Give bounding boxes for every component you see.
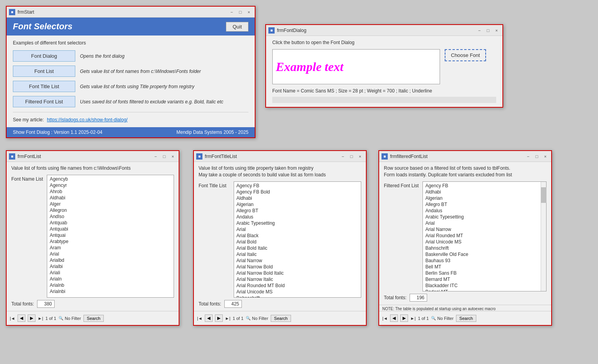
list-item[interactable]: Arialn [48, 276, 173, 282]
list-item[interactable]: Berlin Sans FB [424, 270, 545, 276]
list-item[interactable]: Arabic Typesetting [235, 220, 360, 226]
list-item[interactable]: Aram [48, 245, 173, 251]
fontlist-search-btn[interactable]: Search [83, 315, 104, 322]
example-area: Example text Choose Font [272, 49, 496, 84]
list-item[interactable]: Ariali [48, 270, 173, 276]
list-item[interactable]: Agency FB [424, 183, 545, 189]
choose-font-button[interactable]: Choose Font [445, 49, 486, 61]
list-item[interactable]: Antquai [48, 232, 173, 238]
list-item[interactable]: Arial Unicode MS [235, 289, 360, 295]
list-item[interactable]: Bernard MT [424, 276, 545, 282]
fonttitle-search-btn[interactable]: Search [271, 315, 291, 322]
fontlist-close-btn[interactable]: × [169, 153, 176, 160]
fontdialog-close-btn[interactable]: × [493, 27, 500, 34]
list-item[interactable]: Arialnbi [48, 288, 173, 295]
list-item[interactable]: Antquabi [48, 226, 173, 232]
filteredfont-scrollbar[interactable] [541, 182, 546, 291]
filteredfont-prev-btn[interactable]: ◀ [390, 314, 398, 322]
list-item[interactable]: Arial Rounded MT [424, 233, 545, 239]
list-item[interactable]: Arial Italic [235, 251, 360, 257]
list-item[interactable]: Arial Black [235, 233, 360, 239]
list-item[interactable]: Aldhabi [235, 195, 360, 201]
list-item[interactable]: Agency FB Bold [235, 189, 360, 195]
list-item[interactable]: Baskerville Old Face [424, 251, 545, 257]
font-title-list-button[interactable]: Font Title List [13, 81, 75, 92]
filteredfont-maximize-btn[interactable]: □ [533, 153, 540, 160]
filteredfont-label: Filtered Font List [384, 181, 419, 291]
list-item[interactable]: Arial Narrow [235, 257, 360, 264]
filteredfont-record-end-icon: ►| [410, 316, 416, 321]
list-item[interactable]: Bahnschrift [235, 295, 360, 297]
filteredfont-search-btn[interactable]: Search [456, 315, 477, 322]
filteredfont-close-btn[interactable]: × [542, 153, 549, 160]
font-dialog-desc: Opens the font dialog [80, 53, 124, 59]
list-item[interactable]: Bahnschrift [424, 245, 545, 251]
font-list-button[interactable]: Font List [13, 66, 75, 77]
list-item[interactable]: Arabtype [48, 238, 173, 245]
list-item[interactable]: Arial Unicode MS [424, 239, 545, 245]
list-item[interactable]: Agencyr [48, 182, 173, 188]
list-item[interactable]: Agency FB [235, 183, 360, 189]
filteredfont-statusbar: |◄ ◀ ▶ ►| 1 of 1 🔍 No Filter Search [379, 311, 551, 325]
filteredfont-minimize-btn[interactable]: − [525, 153, 532, 160]
fontdialog-icon: ■ [268, 27, 275, 34]
article-link[interactable]: https://isladogs.co.uk/show-font-dialog/ [47, 117, 128, 123]
list-item[interactable]: Arial [235, 226, 360, 233]
list-item[interactable]: Arial Bold [235, 239, 360, 245]
filteredfont-listbox[interactable]: Agency FBAldhabiAlgerianAllegro BTAndalu… [423, 182, 546, 291]
list-item[interactable]: Allegro BT [424, 201, 545, 208]
filteredfont-scrollbar-thumb[interactable] [541, 187, 547, 203]
filteredfont-next-btn[interactable]: ▶ [400, 314, 408, 322]
fontdialog-minimize-btn[interactable]: − [476, 27, 483, 34]
fonttitle-close-btn[interactable]: × [357, 153, 364, 160]
list-item[interactable]: Aldhabi [48, 195, 173, 201]
list-item[interactable]: Antquab [48, 220, 173, 226]
list-item[interactable]: Agencyb [48, 176, 173, 182]
list-item[interactable]: Andalus [424, 208, 545, 214]
filtered-font-list-button[interactable]: Filtered Font List [13, 96, 75, 107]
list-item[interactable]: AndIso [48, 213, 173, 220]
list-item[interactable]: Arialbi [48, 263, 173, 270]
fontlist-icon: ■ [9, 153, 15, 160]
fontdialog-maximize-btn[interactable]: □ [484, 27, 492, 34]
font-dialog-button[interactable]: Font Dialog [13, 50, 75, 62]
list-item[interactable]: Arial Narrow Bold Italic [235, 270, 360, 276]
list-item[interactable]: Aldhabi [424, 189, 545, 195]
main-close-btn[interactable]: × [245, 9, 252, 15]
fonttitle-maximize-btn[interactable]: □ [348, 153, 355, 160]
list-item[interactable]: Arabic Typesetting [424, 214, 545, 220]
list-item[interactable]: Arialbd [48, 257, 173, 263]
main-maximize-btn[interactable]: □ [237, 9, 244, 15]
fontlist-next-btn[interactable]: ▶ [28, 314, 35, 322]
main-minimize-btn[interactable]: − [228, 9, 235, 15]
list-item[interactable]: Arial [48, 251, 173, 257]
list-item[interactable]: Arial [424, 220, 545, 226]
list-item[interactable]: Allegro BT [235, 208, 360, 214]
fontlist-maximize-btn[interactable]: □ [161, 153, 168, 160]
fonttitle-prev-btn[interactable]: ◀ [205, 314, 213, 322]
fontlist-listbox[interactable]: AgencybAgencyrAhrobAldhabiAlgerAllegronA… [47, 175, 174, 297]
list-item[interactable]: Blackadder ITC [424, 282, 545, 289]
list-item[interactable]: Arial Narrow [424, 226, 545, 233]
list-item[interactable]: Arial Narrow Italic [235, 276, 360, 282]
list-item[interactable]: Bodoni MT [424, 289, 545, 291]
list-item[interactable]: Bell MT [424, 264, 545, 270]
quit-button[interactable]: Quit [226, 22, 248, 32]
list-item[interactable]: Algerian [424, 195, 545, 201]
fonttitle-minimize-btn[interactable]: − [339, 153, 346, 160]
fonttitle-next-btn[interactable]: ▶ [215, 314, 223, 322]
list-item[interactable]: Andalus [235, 214, 360, 220]
fontlist-minimize-btn[interactable]: − [152, 153, 159, 160]
list-item[interactable]: Alger [48, 201, 173, 207]
list-item[interactable]: Arialnb [48, 282, 173, 288]
fontlist-prev-btn[interactable]: ◀ [18, 314, 25, 322]
list-item[interactable]: Allegron [48, 207, 173, 213]
list-item[interactable]: Algerian [235, 201, 360, 208]
fonttitle-listbox[interactable]: Agency FBAgency FB BoldAldhabiAlgerianAl… [234, 182, 361, 297]
list-item[interactable]: Ahrob [48, 188, 173, 195]
list-item[interactable]: Arial Rounded MT Bold [235, 282, 360, 289]
fonttitle-no-filter: No Filter [252, 316, 268, 321]
list-item[interactable]: Bauhaus 93 [424, 257, 545, 264]
list-item[interactable]: Arial Narrow Bold [235, 264, 360, 270]
list-item[interactable]: Arial Bold Italic [235, 245, 360, 251]
